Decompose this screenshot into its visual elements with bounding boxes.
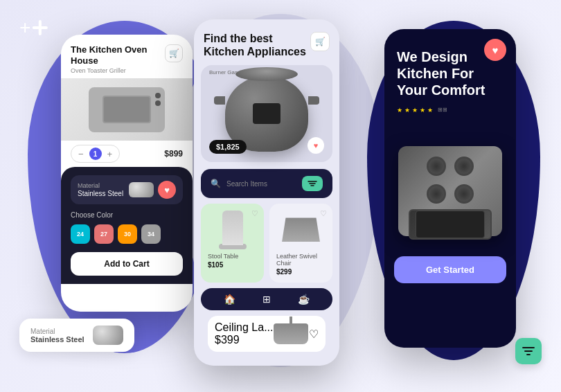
stool-image bbox=[208, 211, 257, 249]
featured-price: $1,825 bbox=[209, 140, 247, 154]
product-card-stool[interactable]: ♡ Stool Table $105 bbox=[201, 204, 264, 283]
star-label: ⊞⊞ bbox=[438, 107, 447, 114]
nav-kettle-icon[interactable]: ☕ bbox=[298, 294, 310, 305]
chair-name: Leather Swivel Chair bbox=[276, 253, 326, 267]
pot-handle-left bbox=[214, 96, 225, 105]
burner-4 bbox=[454, 184, 474, 204]
dark-panel: Material Stainless Steel ♥ Choose Color … bbox=[61, 167, 193, 284]
hood-shape bbox=[282, 217, 320, 242]
svg-rect-1 bbox=[33, 26, 48, 29]
quantity-controls[interactable]: − 1 + bbox=[71, 145, 120, 163]
center-phone-header: Find the best Kitchen Appliances 🛒 bbox=[194, 19, 339, 65]
float-filter-button[interactable] bbox=[515, 338, 542, 364]
bottom-product-area: Ceiling La... $399 ♡ bbox=[194, 316, 339, 352]
float-material-card: Material Stainless Steel bbox=[19, 319, 134, 352]
bottom-product-card[interactable]: Ceiling La... $399 ♡ bbox=[208, 316, 326, 352]
star-4: ★ bbox=[420, 107, 425, 114]
stove-shape bbox=[398, 146, 502, 236]
pot-handle-right bbox=[308, 96, 319, 105]
oven-window bbox=[103, 96, 151, 123]
phone-left: The Kitchen Oven House Oven Toaster Gril… bbox=[61, 35, 193, 312]
pot-display bbox=[253, 103, 280, 124]
left-phone-title: The Kitchen Oven House bbox=[71, 44, 165, 66]
featured-product: Burner Gas Stove $1,825 ♥ bbox=[201, 65, 332, 162]
color-swatches: 24 27 30 34 bbox=[71, 224, 183, 244]
star-2: ★ bbox=[404, 107, 410, 114]
color-swatch-34[interactable]: 34 bbox=[141, 224, 161, 244]
oven-controls bbox=[155, 93, 161, 106]
burner-2 bbox=[454, 157, 474, 176]
left-cart-icon[interactable]: 🛒 bbox=[165, 44, 183, 62]
search-icon: 🔍 bbox=[211, 179, 221, 188]
products-grid: ♡ Stool Table $105 ♡ Leather Swivel Chai… bbox=[194, 204, 339, 283]
float-material-swatch bbox=[93, 326, 123, 345]
scene: The Kitchen Oven House Oven Toaster Gril… bbox=[0, 0, 561, 392]
stove-oven-door bbox=[409, 209, 492, 240]
featured-heart[interactable]: ♥ bbox=[308, 137, 324, 154]
stove-image bbox=[384, 136, 516, 247]
center-phone-title: Find the best Kitchen Appliances bbox=[204, 32, 310, 58]
filter-button[interactable] bbox=[302, 176, 323, 191]
bottom-product-heart[interactable]: ♡ bbox=[309, 328, 319, 341]
phone-center: Find the best Kitchen Appliances 🛒 Burne… bbox=[194, 19, 339, 366]
bottom-product-price: $399 bbox=[215, 334, 274, 346]
burner-1 bbox=[427, 157, 446, 176]
oven-knob-2 bbox=[155, 100, 161, 106]
product-price: $899 bbox=[164, 149, 183, 159]
color-swatch-24[interactable]: 24 bbox=[71, 224, 90, 244]
center-nav-bar: 🏠 ⊞ ☕ bbox=[201, 288, 332, 310]
stool-name: Stool Table bbox=[208, 253, 257, 260]
product-card-chair[interactable]: ♡ Leather Swivel Chair $299 bbox=[269, 204, 332, 283]
qty-plus[interactable]: + bbox=[107, 149, 113, 159]
oven-door-inner bbox=[416, 211, 485, 238]
stool-heart[interactable]: ♡ bbox=[251, 209, 258, 218]
material-row: Material Stainless Steel ♥ bbox=[71, 175, 183, 204]
get-started-button[interactable]: Get Started bbox=[394, 256, 506, 283]
heart-button[interactable]: ♥ bbox=[158, 181, 176, 199]
ceiling-lamp-shape bbox=[274, 323, 308, 344]
material-name: Stainless Steel bbox=[78, 190, 123, 197]
left-phone-subtitle: Oven Toaster Griller bbox=[71, 67, 165, 74]
center-cart-icon[interactable]: 🛒 bbox=[310, 32, 330, 51]
star-5: ★ bbox=[427, 107, 433, 114]
oven-knob-1 bbox=[155, 93, 161, 98]
float-material-label: Material bbox=[30, 328, 84, 335]
left-product-image bbox=[61, 78, 193, 141]
bottom-product-name: Ceiling La... bbox=[215, 321, 274, 334]
oven-shape bbox=[89, 87, 165, 132]
star-3: ★ bbox=[412, 107, 418, 114]
nav-grid-icon[interactable]: ⊞ bbox=[262, 294, 271, 305]
search-input[interactable]: Search Items bbox=[226, 180, 267, 188]
phone-right: ♥ We Design Kitchen For Your Comfort ★ ★… bbox=[384, 29, 516, 348]
add-to-cart-button[interactable]: Add to Cart bbox=[71, 252, 183, 276]
qty-number: 1 bbox=[89, 148, 102, 160]
star-1: ★ bbox=[397, 107, 402, 114]
pot-lid bbox=[235, 67, 298, 81]
material-label: Material bbox=[78, 182, 123, 189]
chair-price: $299 bbox=[276, 268, 326, 276]
chair-image bbox=[276, 211, 326, 249]
color-swatch-30[interactable]: 30 bbox=[118, 224, 137, 244]
stool-price: $105 bbox=[208, 261, 257, 269]
mixer-shape bbox=[222, 211, 243, 245]
chair-heart[interactable]: ♡ bbox=[320, 209, 327, 218]
choose-color-label: Choose Color bbox=[71, 211, 183, 219]
stars-row: ★ ★ ★ ★ ★ ⊞⊞ bbox=[397, 107, 504, 114]
nav-home-icon[interactable]: 🏠 bbox=[224, 294, 235, 305]
right-heart-button[interactable]: ♥ bbox=[484, 39, 506, 61]
quantity-row: − 1 + $899 bbox=[61, 141, 193, 167]
stove-burners bbox=[427, 157, 474, 204]
plus-icon bbox=[19, 12, 50, 43]
search-bar[interactable]: 🔍 Search Items bbox=[201, 169, 332, 198]
material-swatch bbox=[129, 182, 154, 197]
qty-minus[interactable]: − bbox=[78, 149, 84, 159]
float-material-name: Stainless Steel bbox=[30, 335, 84, 344]
color-swatch-27[interactable]: 27 bbox=[94, 224, 114, 244]
burner-3 bbox=[427, 184, 446, 204]
search-left: 🔍 Search Items bbox=[211, 179, 267, 188]
